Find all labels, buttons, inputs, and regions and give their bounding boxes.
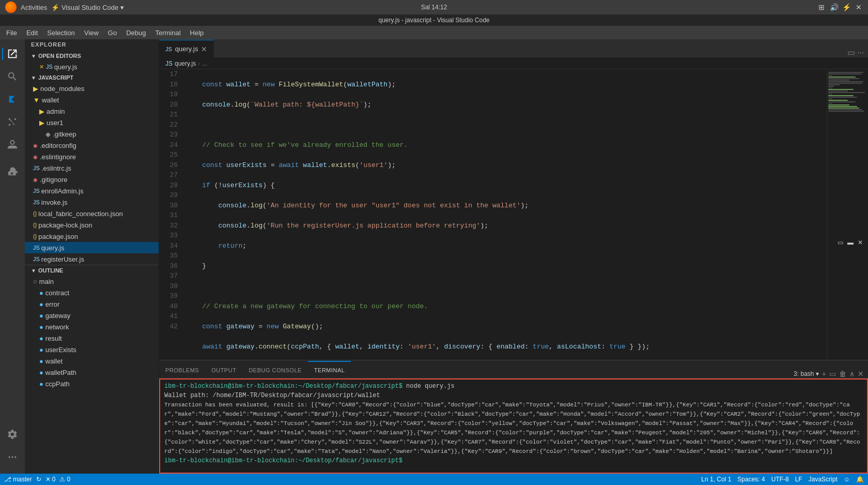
activity-dots[interactable] [2, 447, 23, 467]
window-close-btn[interactable]: ✕ [858, 239, 863, 246]
tab-query-js[interactable]: JS query.js ✕ [159, 40, 214, 57]
activity-extensions[interactable] [2, 161, 23, 182]
invoke-file[interactable]: JS invoke.js [25, 196, 159, 208]
status-encoding[interactable]: UTF-8 [771, 476, 789, 483]
tab-close-icon[interactable]: ✕ [201, 45, 207, 53]
topbar-right: ⊞ 🔊 ⚡ ✕ [817, 3, 863, 11]
line-num-39: 39 [159, 291, 178, 301]
menu-go[interactable]: Go [104, 28, 121, 38]
eslintrc-file[interactable]: JS .eslintrc.js [25, 162, 159, 174]
outline-result[interactable]: ● result [25, 332, 159, 344]
status-warnings[interactable]: ⚠ 0 [59, 476, 70, 483]
activity-settings[interactable] [2, 424, 23, 445]
enrolladmin-file[interactable]: JS enrollAdmin.js [25, 185, 159, 196]
menu-view[interactable]: View [80, 28, 103, 38]
vscode-label[interactable]: ⚡ Visual Studio Code ▾ [51, 4, 124, 11]
line-num-29: 29 [159, 190, 178, 201]
code-content[interactable]: const wallet = new FileSystemWallet(wall… [182, 69, 827, 360]
outline-label[interactable]: ▼ OUTLINE [25, 265, 159, 276]
node-modules-folder[interactable]: ▶ node_modules [25, 83, 159, 94]
activity-git[interactable] [2, 112, 23, 132]
registeruser-file[interactable]: JS registerUser.js [25, 253, 159, 265]
line-ending-text: LF [795, 476, 802, 483]
status-line-ending[interactable]: LF [795, 476, 802, 483]
window-tile-icon[interactable]: ▭ [838, 239, 843, 246]
battery-icon[interactable]: ⚡ [842, 3, 850, 11]
split-editor-icon[interactable]: ▭ [847, 48, 855, 57]
outline-ccppath-icon: ● [39, 380, 43, 388]
more-actions-icon[interactable]: ··· [857, 48, 864, 57]
activity-debug[interactable] [2, 134, 23, 155]
open-editors-arrow: ▼ [31, 53, 36, 59]
status-language[interactable]: JavaScript [809, 476, 838, 483]
status-branch[interactable]: ⎇ master [4, 476, 32, 483]
activity-explorer[interactable] [2, 43, 23, 64]
open-editor-query-js[interactable]: ✕ JS query.js [25, 61, 159, 72]
gitignore-file[interactable]: ◉ .gitignore [25, 174, 159, 185]
status-position[interactable]: Ln 1, Col 1 [701, 476, 731, 483]
tab-output[interactable]: OUTPUT [205, 361, 242, 378]
query-js-file[interactable]: JS query.js [25, 242, 159, 253]
breadcrumb-filename[interactable]: query.js [175, 60, 196, 67]
status-sync[interactable]: ↻ [36, 476, 41, 483]
terminal-collapse-icon[interactable]: ∧ [849, 370, 855, 378]
window-split-icon[interactable]: ▬ [847, 239, 854, 246]
terminal[interactable]: ibm-tr-blockchain@ibm-tr-blockchain:~/De… [159, 378, 868, 474]
package-lock-file[interactable]: {} package-lock.json [25, 219, 159, 231]
gitkeep-file[interactable]: ◆ .gitkeep [25, 128, 159, 140]
activity-search[interactable] [2, 66, 23, 87]
breadcrumb-separator: › [198, 60, 200, 67]
outline-main[interactable]: ○ main [25, 276, 159, 287]
tab-debug-console[interactable]: DEBUG CONSOLE [242, 361, 307, 378]
outline-contract[interactable]: ● contract [25, 287, 159, 298]
eslintignore-file[interactable]: ◉ .eslintignore [25, 151, 159, 162]
outline-network[interactable]: ● network [25, 321, 159, 332]
javascript-section[interactable]: ▼ JAVASCRIPT [25, 72, 159, 83]
outline-userexists-icon: ● [39, 346, 43, 354]
menu-debug[interactable]: Debug [122, 28, 150, 38]
menu-help[interactable]: Help [186, 28, 208, 38]
window-close-icon[interactable]: ✕ [855, 3, 863, 11]
package-json-file[interactable]: {} package.json [25, 231, 159, 242]
open-editor-filename: query.js [54, 63, 78, 71]
window-title: query.js - javascript - Visual Studio Co… [379, 17, 490, 24]
menu-selection[interactable]: Selection [43, 28, 79, 38]
status-bell[interactable]: 🔔 [856, 476, 864, 483]
error-icon: ✕ [45, 476, 51, 483]
status-errors[interactable]: ✕ 0 [45, 476, 56, 483]
outline-error[interactable]: ● error [25, 298, 159, 310]
terminal-selector[interactable]: 3: bash ▾ [794, 370, 819, 377]
gitkeep-icon: ◆ [45, 130, 51, 138]
activity-vscode[interactable] [2, 89, 23, 110]
volume-icon[interactable]: 🔊 [830, 3, 838, 11]
outline-wallet[interactable]: ● wallet [25, 355, 159, 367]
terminal-close-icon[interactable]: ✕ [858, 370, 864, 378]
terminal-trash-icon[interactable]: 🗑 [839, 370, 846, 378]
terminal-split-icon[interactable]: ▭ [829, 370, 836, 378]
outline-walletpath[interactable]: ● walletPath [25, 367, 159, 378]
menu-terminal[interactable]: Terminal [151, 28, 184, 38]
svg-point-2 [14, 118, 17, 120]
wallet-folder[interactable]: ▼ wallet [25, 94, 159, 105]
line-num-24: 24 [159, 140, 178, 150]
user1-folder[interactable]: ▶ user1 [25, 117, 159, 128]
outline-userexists[interactable]: ● userExists [25, 344, 159, 355]
eslintrc-name: .eslintrc.js [41, 164, 71, 172]
activities-label[interactable]: Activities [21, 4, 47, 11]
admin-folder[interactable]: ▶ admin [25, 105, 159, 117]
editorconfig-file[interactable]: ◉ .editorconfig [25, 140, 159, 151]
tab-problems[interactable]: PROBLEMS [159, 361, 205, 378]
outline-gateway[interactable]: ● gateway [25, 310, 159, 321]
menu-file[interactable]: File [2, 28, 21, 38]
tab-terminal[interactable]: TERMINAL [308, 361, 351, 378]
network-icon[interactable]: ⊞ [817, 3, 826, 11]
status-feedback[interactable]: ☺ [844, 476, 850, 483]
local-fabric-file[interactable]: {} local_fabric_connection.json [25, 208, 159, 219]
menu-edit[interactable]: Edit [22, 28, 42, 38]
terminal-new-icon[interactable]: + [822, 370, 826, 378]
outline-ccppath[interactable]: ● ccpPath [25, 378, 159, 389]
code-line-26: } [186, 261, 823, 271]
breadcrumb-more[interactable]: ... [202, 60, 207, 67]
open-editors-section[interactable]: ▼ OPEN EDITORS [25, 51, 159, 61]
status-spaces[interactable]: Spaces: 4 [737, 476, 765, 483]
